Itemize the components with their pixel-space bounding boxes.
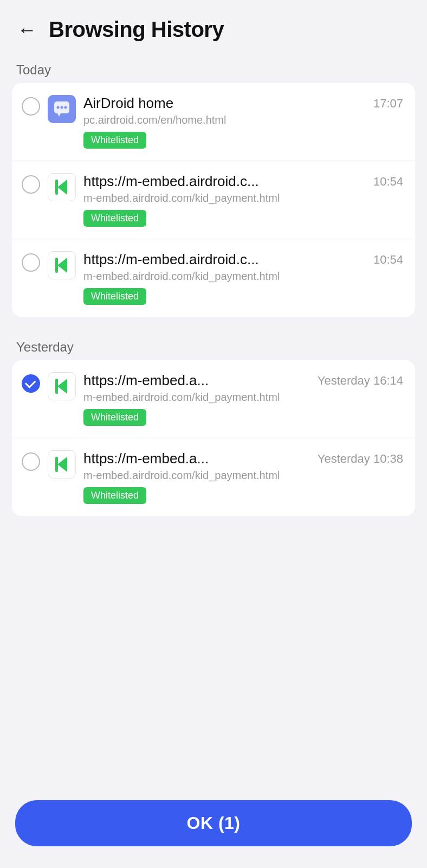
svg-point-3	[61, 106, 63, 109]
back-button[interactable]: ←	[15, 18, 39, 42]
section-label-1: Yesterday	[0, 330, 427, 360]
item-time: 17:07	[373, 97, 403, 111]
header: ← Browsing History	[0, 0, 427, 53]
embed-site-icon	[48, 173, 76, 201]
ok-button[interactable]: OK (1)	[15, 800, 412, 846]
svg-marker-5	[57, 180, 67, 195]
item-time: 10:54	[373, 175, 403, 189]
item-url: m-embed.airdroid.com/kid_payment.html	[83, 192, 403, 205]
airdroid-icon	[48, 95, 76, 123]
item-url: pc.airdroid.com/en/home.html	[83, 114, 403, 126]
item-url: m-embed.airdroid.com/kid_payment.html	[83, 469, 403, 482]
checkbox-checked[interactable]	[22, 374, 40, 393]
svg-rect-12	[55, 457, 58, 472]
svg-marker-9	[57, 379, 67, 394]
svg-rect-8	[55, 258, 58, 273]
back-arrow-icon: ←	[17, 20, 37, 40]
list-item[interactable]: https://m-embed.a...Yesterday 16:14m-emb…	[12, 360, 415, 438]
item-title: AirDroid home	[83, 95, 369, 112]
whitelisted-badge: Whitelisted	[83, 487, 146, 504]
item-url: m-embed.airdroid.com/kid_payment.html	[83, 391, 403, 404]
list-item[interactable]: AirDroid home17:07pc.airdroid.com/en/hom…	[12, 83, 415, 161]
item-title: https://m-embed.a...	[83, 372, 313, 389]
radio-unchecked[interactable]	[22, 253, 40, 272]
svg-marker-11	[57, 457, 67, 472]
item-time: 10:54	[373, 253, 403, 267]
svg-point-2	[57, 106, 60, 109]
svg-point-4	[64, 106, 67, 109]
page-title: Browsing History	[49, 17, 224, 42]
sections-container: Today AirDroid home17:07pc.airdroid.com/…	[0, 53, 427, 529]
radio-unchecked[interactable]	[22, 452, 40, 471]
whitelisted-badge: Whitelisted	[83, 132, 146, 149]
item-url: m-embed.airdroid.com/kid_payment.html	[83, 270, 403, 283]
bottom-bar: OK (1)	[0, 790, 427, 868]
svg-marker-7	[57, 258, 67, 273]
radio-unchecked[interactable]	[22, 97, 40, 116]
item-title: https://m-embed.airdroid.c...	[83, 251, 369, 268]
list-item[interactable]: https://m-embed.a...Yesterday 10:38m-emb…	[12, 438, 415, 516]
list-item[interactable]: https://m-embed.airdroid.c...10:54m-embe…	[12, 239, 415, 317]
svg-marker-1	[57, 113, 61, 117]
section-card-1: https://m-embed.a...Yesterday 16:14m-emb…	[12, 360, 415, 516]
embed-site-icon	[48, 450, 76, 478]
item-time: Yesterday 16:14	[318, 374, 403, 388]
list-item[interactable]: https://m-embed.airdroid.c...10:54m-embe…	[12, 161, 415, 239]
item-time: Yesterday 10:38	[318, 452, 403, 466]
embed-site-icon	[48, 372, 76, 400]
svg-rect-6	[55, 180, 58, 195]
svg-rect-10	[55, 379, 58, 394]
section-card-0: AirDroid home17:07pc.airdroid.com/en/hom…	[12, 83, 415, 317]
embed-site-icon	[48, 251, 76, 279]
section-label-0: Today	[0, 53, 427, 83]
whitelisted-badge: Whitelisted	[83, 210, 146, 227]
whitelisted-badge: Whitelisted	[83, 288, 146, 305]
item-title: https://m-embed.a...	[83, 450, 313, 467]
whitelisted-badge: Whitelisted	[83, 409, 146, 426]
item-title: https://m-embed.airdroid.c...	[83, 173, 369, 190]
radio-unchecked[interactable]	[22, 175, 40, 194]
